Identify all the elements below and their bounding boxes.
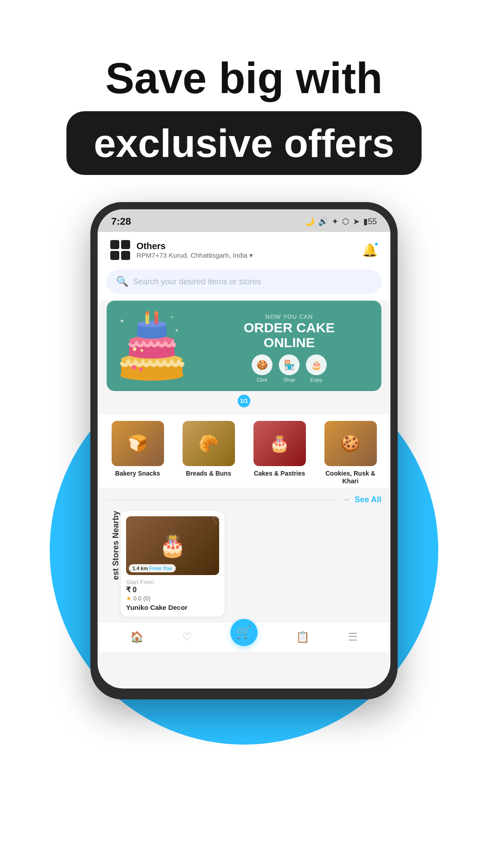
phone-screen: 7:28 🌙 🔊 ✦ ⬡ ➤ ▮55 bbox=[98, 209, 390, 689]
step-enjoy-icon: 🎂 bbox=[306, 354, 327, 375]
promo-banner[interactable]: ✦ ✦ ✦ NOW YOU CAN ORDER CAKEONLINE 🍪 bbox=[107, 301, 381, 391]
stores-section: → See All est Stores Nearby 🎂 1.4 km bbox=[98, 488, 390, 622]
step-click-icon: 🍪 bbox=[252, 354, 272, 375]
status-icons: 🌙 🔊 ✦ ⬡ ➤ ▮55 bbox=[305, 217, 377, 226]
distance-km: 1.4 km bbox=[132, 566, 148, 571]
logo-dot-3 bbox=[110, 251, 119, 260]
search-bar-section: 🔍 Search your desired items or stores bbox=[98, 266, 390, 301]
category-bakery-label: Bakery Snacks bbox=[115, 470, 160, 477]
logo-dot-2 bbox=[121, 240, 130, 249]
header-info: Others RPM7+73 Kurud, Chhattisgarh, Indi… bbox=[136, 241, 253, 259]
banner-steps: 🍪 Click 🏪 Shop 🎂 Enjoy bbox=[203, 354, 375, 382]
more-icon: ☰ bbox=[348, 631, 358, 643]
banner-cake-illustration: ✦ ✦ ✦ bbox=[107, 301, 197, 391]
categories-grid: 🍞 Bakery Snacks 🥐 Breads & Buns bbox=[104, 421, 384, 485]
nav-wishlist[interactable]: ♡ bbox=[182, 631, 192, 643]
review-count: (0) bbox=[143, 595, 150, 602]
svg-point-13 bbox=[131, 365, 136, 370]
search-icon: 🔍 bbox=[116, 276, 128, 288]
phone-container: 7:28 🌙 🔊 ✦ ⬡ ➤ ▮55 bbox=[0, 202, 488, 699]
step-click-label: Click bbox=[257, 377, 267, 382]
cart-icon: 🛒 bbox=[236, 625, 252, 640]
header-location-text: RPM7+73 Kurud, Chhattisgarh, India bbox=[136, 251, 248, 259]
category-cookies-image: 🍪 bbox=[324, 421, 377, 466]
banner-subtitle: NOW YOU CAN bbox=[203, 313, 375, 320]
store-name: Yuniko Cake Decor bbox=[126, 604, 219, 611]
star-icon: ★ bbox=[126, 595, 131, 602]
category-breads-buns[interactable]: 🥐 Breads & Buns bbox=[175, 421, 242, 485]
heart-icon: ♡ bbox=[182, 631, 192, 643]
store-card-container: 🎂 1.4 km From You Start From ₹ 0 bbox=[121, 511, 225, 617]
store-distance-badge: 1.4 km From You bbox=[129, 564, 176, 572]
step-enjoy-label: Enjoy bbox=[310, 377, 323, 382]
banner-title: ORDER CAKEONLINE bbox=[203, 320, 375, 350]
svg-point-12 bbox=[155, 311, 158, 316]
home-icon: 🏠 bbox=[130, 631, 144, 643]
banner-page-indicator: 1/1 bbox=[238, 395, 250, 407]
orders-icon: 📋 bbox=[296, 631, 310, 643]
step-shop-label: Shop bbox=[283, 377, 295, 382]
category-cookies[interactable]: 🍪 Cookies, Rusk & Khari bbox=[317, 421, 384, 485]
hero-badge: exclusive offers bbox=[66, 111, 421, 175]
store-price: ₹ 0 bbox=[126, 585, 219, 594]
svg-point-16 bbox=[141, 349, 143, 352]
store-info: Start From ₹ 0 ★ 0.0 (0) Yuniko Cake Dec… bbox=[126, 575, 219, 611]
logo-dot-1 bbox=[110, 240, 119, 249]
see-all-link[interactable]: See All bbox=[355, 495, 381, 505]
svg-point-8 bbox=[137, 321, 166, 327]
app-logo bbox=[110, 240, 130, 260]
search-placeholder-text: Search your desired items or stores bbox=[133, 277, 261, 287]
moon-icon: 🌙 bbox=[305, 217, 314, 226]
notification-dot bbox=[374, 242, 379, 246]
category-cookies-label: Cookies, Rusk & Khari bbox=[317, 470, 384, 485]
store-start-from: Start From bbox=[126, 579, 219, 585]
category-bread-label: Breads & Buns bbox=[186, 470, 231, 477]
phone-frame: 7:28 🌙 🔊 ✦ ⬡ ➤ ▮55 bbox=[90, 202, 398, 699]
notification-bell[interactable]: 🔔 bbox=[362, 243, 378, 258]
stores-vertical-label: est Stores Nearby bbox=[107, 511, 121, 580]
signal-icon: ➤ bbox=[353, 217, 360, 226]
svg-point-11 bbox=[145, 311, 149, 316]
store-image: 🎂 1.4 km From You bbox=[126, 516, 219, 575]
store-rating: ★ 0.0 (0) bbox=[126, 595, 219, 602]
category-bread-image: 🥐 bbox=[183, 421, 235, 466]
page-root: Save big with exclusive offers 7:28 🌙 🔊 … bbox=[0, 0, 488, 699]
nav-cart-button[interactable]: 🛒 bbox=[230, 619, 258, 646]
categories-section: 🍞 Bakery Snacks 🥐 Breads & Buns bbox=[98, 415, 390, 488]
nav-orders[interactable]: 📋 bbox=[296, 631, 310, 643]
bluetooth-icon: ✦ bbox=[332, 217, 338, 226]
category-bakery-snacks[interactable]: 🍞 Bakery Snacks bbox=[104, 421, 171, 485]
search-input-wrapper[interactable]: 🔍 Search your desired items or stores bbox=[107, 270, 381, 293]
nav-more[interactable]: ☰ bbox=[348, 631, 358, 643]
category-cakes-pastries[interactable]: 🎂 Cakes & Pastries bbox=[246, 421, 313, 485]
wishlist-heart-button[interactable]: ♡ bbox=[212, 514, 221, 526]
category-cakes-image: 🎂 bbox=[253, 421, 306, 466]
category-cakes-label: Cakes & Pastries bbox=[254, 470, 305, 477]
header-location-title: Others bbox=[136, 241, 253, 251]
nav-home[interactable]: 🏠 bbox=[130, 631, 144, 643]
cookies-emoji: 🍪 bbox=[324, 421, 377, 466]
stores-arrow-icon: → bbox=[342, 495, 350, 505]
store-card-yuniko[interactable]: 🎂 1.4 km From You Start From ₹ 0 bbox=[121, 511, 225, 617]
banner-right: NOW YOU CAN ORDER CAKEONLINE 🍪 Click 🏪 S… bbox=[197, 306, 381, 386]
hero-section: Save big with exclusive offers bbox=[0, 0, 488, 202]
stores-row: est Stores Nearby 🎂 1.4 km From You bbox=[107, 511, 381, 617]
app-header: Others RPM7+73 Kurud, Chhattisgarh, Indi… bbox=[98, 232, 390, 266]
svg-text:✦: ✦ bbox=[174, 327, 179, 334]
rating-value: 0.0 bbox=[133, 595, 141, 602]
header-location-sub[interactable]: RPM7+73 Kurud, Chhattisgarh, India ▾ bbox=[136, 251, 253, 259]
banner-indicator: 1/1 bbox=[107, 391, 381, 411]
step-enjoy: 🎂 Enjoy bbox=[306, 354, 327, 382]
status-time: 7:28 bbox=[111, 216, 131, 227]
svg-text:✦: ✦ bbox=[170, 315, 174, 320]
wifi-icon: ⬡ bbox=[342, 217, 349, 226]
svg-point-14 bbox=[139, 368, 143, 371]
sound-icon: 🔊 bbox=[318, 217, 328, 226]
stores-divider bbox=[107, 500, 338, 500]
bottom-nav: 🏠 ♡ 🛒 📋 ☰ bbox=[98, 622, 390, 651]
step-click: 🍪 Click bbox=[252, 354, 272, 382]
category-bakery-image: 🍞 bbox=[112, 421, 164, 466]
location-dropdown-icon: ▾ bbox=[249, 251, 253, 259]
svg-point-15 bbox=[133, 347, 136, 351]
banner-section: ✦ ✦ ✦ NOW YOU CAN ORDER CAKEONLINE 🍪 bbox=[98, 301, 390, 415]
